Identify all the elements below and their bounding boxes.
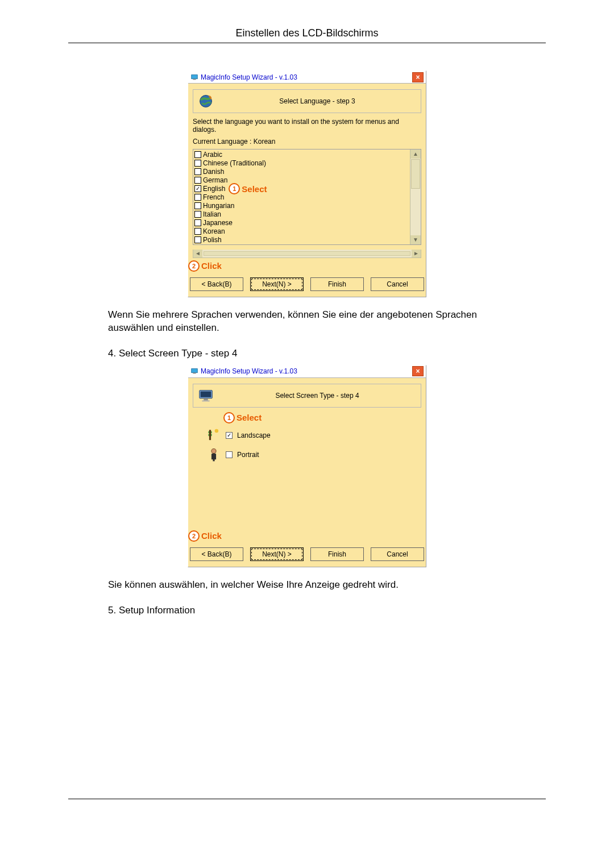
svg-rect-9 [209,430,211,440]
svg-rect-3 [192,369,198,373]
callout-number-2: 2 [188,530,200,542]
scroll-thumb[interactable] [411,159,420,189]
footer-divider [68,799,546,799]
cancel-button[interactable]: Cancel [371,277,424,291]
language-checkbox[interactable] [194,219,201,226]
language-checkbox[interactable]: ✓ [194,185,201,192]
callout-number-2: 2 [188,260,200,272]
window-title: MagicInfo Setup Wizard - v.1.03 [201,73,297,81]
screen-type-checkbox[interactable] [226,451,233,458]
language-listbox[interactable]: ArabicChinese (Traditional)DanishGerman✓… [193,149,421,245]
paragraph-step4: Sie können auswählen, in welcher Weise I… [108,579,506,592]
language-checkbox[interactable] [194,236,201,243]
monitor-icon [197,387,215,405]
next-button[interactable]: Next(N) > [250,547,304,561]
language-row[interactable]: Japanese [194,219,410,227]
language-row[interactable]: Chinese (Traditional) [194,159,410,168]
language-checkbox[interactable] [194,211,201,218]
callout-number-1: 1 [229,183,240,194]
language-checkbox[interactable] [194,168,201,175]
back-button[interactable]: < Back(B) [190,277,243,291]
language-label: Danish [203,168,224,176]
scroll-down-icon[interactable]: ▼ [410,235,421,244]
button-row: < Back(B) Next(N) > Finish Cancel [188,543,426,567]
svg-point-10 [215,429,219,433]
scroll-right-icon[interactable]: ► [412,250,421,258]
svg-rect-12 [213,457,214,461]
svg-rect-4 [193,373,196,374]
close-icon[interactable]: × [412,366,424,376]
language-label: Hungarian [203,202,234,210]
svg-rect-7 [204,398,208,400]
language-checkbox[interactable] [194,151,201,158]
horizontal-scrollbar[interactable]: ◄ ► [193,250,421,258]
svg-rect-0 [192,74,198,78]
language-checkbox[interactable] [194,202,201,209]
page-header: Einstellen des LCD-Bildschirms [68,27,546,43]
step5-heading: 5. Setup Information [108,604,506,617]
language-label: French [203,193,224,202]
paragraph-step3: Wenn Sie mehrere Sprachen verwenden, kön… [108,309,506,335]
language-label: Japanese [203,219,233,227]
back-button[interactable]: < Back(B) [190,547,243,561]
language-checkbox[interactable] [194,228,201,235]
step-banner: Select Screen Type - step 4 [193,384,421,408]
callout-select-label: Select [237,413,262,422]
scroll-up-icon[interactable]: ▲ [410,149,421,159]
screen-type-label: Portrait [237,451,259,459]
language-checkbox[interactable] [194,177,201,184]
step-banner-title: Select Screen Type - step 4 [217,392,417,400]
globe-icon [197,92,215,110]
step4-heading: 4. Select Screen Type - step 4 [108,347,506,360]
portrait-icon [206,447,221,462]
instruction-text: Select the language you want to install … [193,118,421,134]
callout-click-label: Click [201,261,222,271]
button-row: < Back(B) Next(N) > Finish Cancel [188,273,426,297]
next-button[interactable]: Next(N) > [250,277,304,291]
wizard-step4: MagicInfo Setup Wizard - v.1.03 × Select… [188,365,426,567]
language-label: German [203,176,227,185]
titlebar: MagicInfo Setup Wizard - v.1.03 × [188,71,426,84]
callout-select: 1Select [229,183,267,194]
language-row[interactable]: Arabic [194,151,410,159]
svg-rect-6 [201,391,211,397]
language-label: English [203,185,225,193]
app-icon [190,73,198,81]
svg-rect-1 [193,78,196,80]
language-checkbox[interactable] [194,160,201,167]
callout-select-label: Select [242,185,267,193]
step-banner-title: Select Language - step 3 [217,97,417,105]
language-row[interactable]: Polish [194,236,410,244]
landscape-icon [206,428,221,443]
callout-number-1: 1 [223,412,235,423]
callout-select: 1 Select [223,412,421,423]
screen-type-option[interactable]: Portrait [206,447,421,462]
language-row[interactable]: Korean [194,227,410,236]
language-row[interactable]: Hungarian [194,202,410,210]
language-checkbox[interactable] [194,194,201,201]
finish-button[interactable]: Finish [310,277,364,291]
current-language-label: Current Language : Korean [193,138,421,146]
language-label: Italian [203,210,221,219]
vertical-scrollbar[interactable]: ▲ ▼ [410,149,421,244]
language-row[interactable]: German [194,176,410,185]
header-divider [68,43,546,43]
callout-click-label: Click [201,531,222,541]
language-label: Polish [203,236,222,244]
language-row[interactable]: ✓English1Select [194,185,410,193]
app-icon [190,367,198,375]
cancel-button[interactable]: Cancel [371,547,424,561]
step-banner: Select Language - step 3 [193,89,421,113]
callout-click: 2 Click [188,260,426,272]
finish-button[interactable]: Finish [310,547,364,561]
scroll-left-icon[interactable]: ◄ [193,250,202,258]
screen-type-option[interactable]: ✓Landscape [206,428,421,443]
language-row[interactable]: French [194,193,410,202]
window-title: MagicInfo Setup Wizard - v.1.03 [201,367,297,375]
svg-rect-8 [202,400,209,401]
language-row[interactable]: Italian [194,210,410,219]
screen-type-label: Landscape [237,431,271,439]
close-icon[interactable]: × [412,72,424,82]
screen-type-checkbox[interactable]: ✓ [226,432,233,439]
language-row[interactable]: Danish [194,168,410,176]
